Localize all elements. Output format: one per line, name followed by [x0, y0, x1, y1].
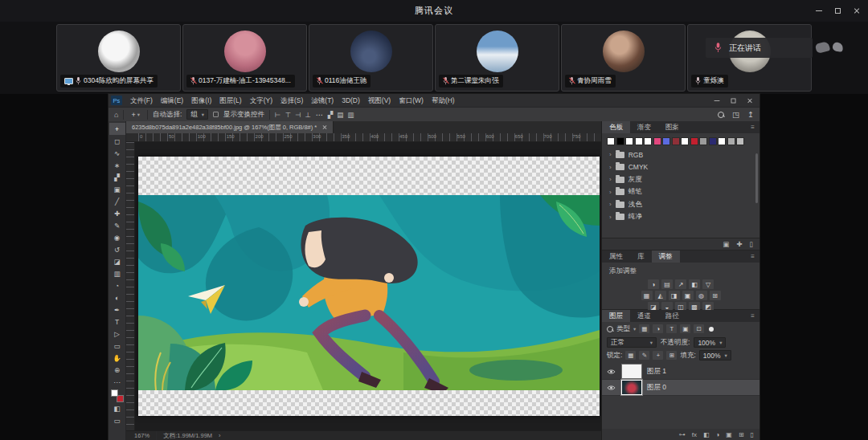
align-buttons[interactable]: ⊢ ⊤ ⊣ ⊥: [275, 111, 311, 119]
tab-layers[interactable]: 图层: [602, 310, 630, 322]
distribute-icon[interactable]: ▥: [347, 111, 354, 119]
swatch-group-light[interactable]: › 浅色: [602, 198, 760, 211]
tab-patterns[interactable]: 图案: [658, 121, 686, 133]
filter-smart-icon[interactable]: ⊡: [694, 324, 704, 333]
swatch[interactable]: [644, 137, 652, 145]
layer-row-1[interactable]: 图层 1: [602, 364, 760, 380]
adjustment-layer-icon[interactable]: ◑: [715, 431, 719, 438]
adj-color-lookup-icon[interactable]: ⊞: [710, 291, 721, 300]
adj-photo-filter-icon[interactable]: ▣: [682, 291, 694, 300]
menu-file[interactable]: 文件(F): [126, 94, 157, 107]
scrollbar[interactable]: [755, 153, 758, 203]
lock-all-icon[interactable]: ⊞: [666, 351, 677, 360]
delete-layer-icon[interactable]: ▯: [751, 431, 754, 438]
tab-libraries[interactable]: 库: [630, 251, 652, 263]
adj-bw-icon[interactable]: ◨: [669, 291, 680, 300]
layer-thumbnail[interactable]: [621, 364, 642, 379]
swatch[interactable]: [709, 137, 717, 145]
move-tool-preset[interactable]: + ▾: [129, 110, 142, 120]
screen-mode-icon[interactable]: ▭: [109, 414, 125, 426]
swatch-group-grayscale[interactable]: › 灰度: [602, 173, 760, 186]
tab-properties[interactable]: 属性: [602, 251, 630, 263]
opacity-dropdown[interactable]: 100% ▾: [694, 337, 726, 348]
swatch[interactable]: [699, 137, 707, 145]
panel-menu-icon[interactable]: ≡: [751, 121, 760, 133]
swatch[interactable]: [625, 137, 633, 145]
tool-zoom[interactable]: ⊕: [109, 364, 125, 376]
tab-paths[interactable]: 路径: [658, 310, 686, 322]
delete-icon[interactable]: ▯: [749, 240, 753, 248]
share-icon[interactable]: ↥: [747, 110, 754, 119]
lock-pixels-icon[interactable]: ✎: [639, 351, 649, 360]
layer-name[interactable]: 图层 0: [647, 383, 666, 393]
tool-healing[interactable]: ✚: [109, 207, 125, 219]
tool-marquee[interactable]: ◻: [109, 135, 125, 147]
tool-blur[interactable]: ◔: [109, 279, 125, 291]
tool-crop[interactable]: ▞: [109, 171, 125, 183]
adj-levels-icon[interactable]: ▤: [661, 279, 673, 289]
lock-transparency-icon[interactable]: ▦: [625, 351, 636, 360]
more-options-icon[interactable]: ⋯: [316, 111, 323, 119]
ps-minimize-icon[interactable]: [714, 100, 720, 101]
tool-brush[interactable]: ✎: [109, 219, 125, 231]
search-icon[interactable]: [718, 112, 724, 118]
layer-style-icon[interactable]: fx: [692, 431, 697, 438]
menu-3d[interactable]: 3D(D): [338, 94, 364, 107]
lock-position-icon[interactable]: +: [653, 351, 663, 360]
filter-type-icon[interactable]: T: [666, 324, 677, 333]
swatch[interactable]: [616, 137, 624, 145]
show-transform-checkbox[interactable]: [213, 112, 219, 117]
menu-window[interactable]: 窗口(W): [395, 94, 428, 107]
align-right-icon[interactable]: ⊣: [295, 111, 301, 119]
menu-filter[interactable]: 滤镜(T): [307, 94, 338, 107]
swatch[interactable]: [662, 137, 670, 145]
distribute-icon[interactable]: ▞: [328, 111, 334, 119]
status-chevron-icon[interactable]: ›: [219, 432, 221, 439]
tool-quick-select[interactable]: ∗: [109, 159, 125, 171]
swatch[interactable]: [681, 137, 689, 145]
tab-gradients[interactable]: 渐变: [630, 121, 658, 133]
new-layer-icon[interactable]: ⊞: [739, 431, 744, 438]
menu-image[interactable]: 图像(I): [187, 94, 215, 107]
canvas-area[interactable]: [126, 142, 601, 430]
layer-thumbnail[interactable]: [621, 380, 642, 395]
auto-select-dropdown[interactable]: 组 ▾: [186, 109, 208, 120]
participant-tile[interactable]: 0137-万建楠-油工-13945348...: [182, 24, 307, 92]
tool-eyedropper[interactable]: ╱: [109, 195, 125, 207]
layer-mask-icon[interactable]: ◧: [703, 431, 710, 438]
panel-menu-icon[interactable]: ≡: [751, 310, 760, 322]
tool-path-select[interactable]: ▷: [109, 328, 125, 340]
adj-color-balance-icon[interactable]: ◭: [655, 291, 666, 300]
swatch-group-rgb[interactable]: › RGB: [602, 149, 760, 161]
new-swatch-icon[interactable]: ✚: [736, 240, 742, 248]
visibility-eye-icon[interactable]: [606, 369, 616, 375]
distribute-icon[interactable]: ▤: [337, 111, 343, 119]
workspace-icon[interactable]: ◳: [732, 110, 739, 119]
adj-hue-icon[interactable]: ▦: [641, 291, 653, 300]
participant-tile[interactable]: 童烁澳: [687, 24, 812, 92]
link-layers-icon[interactable]: ⊶: [679, 431, 686, 438]
tab-close-icon[interactable]: [322, 125, 327, 130]
filter-toggle[interactable]: [709, 327, 714, 332]
distribute-buttons[interactable]: ▞ ▤ ▥: [328, 111, 354, 119]
menu-edit[interactable]: 编辑(E): [157, 94, 187, 107]
swatch[interactable]: [672, 137, 680, 145]
tool-hand[interactable]: ✋: [109, 352, 125, 364]
tool-clone-stamp[interactable]: ◉: [109, 231, 125, 243]
tool-type[interactable]: T: [109, 316, 125, 328]
swatch[interactable]: [690, 137, 698, 145]
color-swatch-control[interactable]: [111, 389, 124, 402]
tool-gradient[interactable]: ▥: [109, 267, 125, 279]
tool-shape[interactable]: ▭: [109, 340, 125, 352]
foreground-color[interactable]: [111, 389, 118, 397]
align-center-icon[interactable]: ⊤: [285, 111, 291, 119]
panel-menu-icon[interactable]: ≡: [751, 251, 760, 263]
menu-view[interactable]: 视图(V): [364, 94, 395, 107]
tab-channels[interactable]: 通道: [630, 310, 658, 322]
participant-tile[interactable]: 0304陈欣昀的屏幕共享: [56, 24, 181, 92]
search-icon[interactable]: [607, 326, 613, 332]
swatch[interactable]: [607, 137, 615, 145]
tool-more[interactable]: ⋯: [109, 376, 125, 388]
adj-curves-icon[interactable]: ↗: [675, 279, 686, 289]
swatch-group-cmyk[interactable]: › CMYK: [602, 161, 760, 174]
